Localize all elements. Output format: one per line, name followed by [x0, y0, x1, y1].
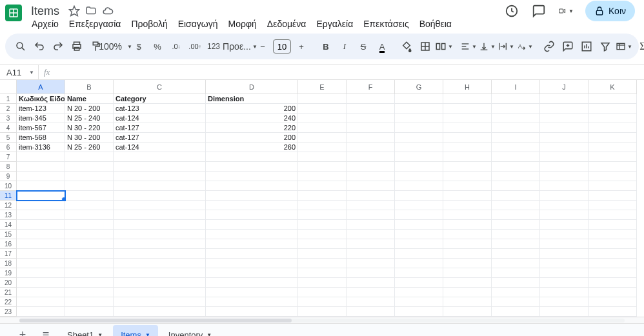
cell-C3[interactable]: cat-124 — [114, 114, 206, 123]
cell-D14[interactable] — [206, 220, 298, 230]
cell-E10[interactable] — [298, 181, 347, 191]
cell-G7[interactable] — [395, 152, 443, 162]
cell-H17[interactable] — [443, 249, 492, 259]
cell-G10[interactable] — [395, 181, 443, 191]
cell-H7[interactable] — [443, 152, 492, 162]
cell-C23[interactable] — [114, 307, 206, 317]
history-icon[interactable] — [504, 3, 519, 19]
cell-A3[interactable]: item-345 — [17, 114, 65, 123]
menu-view[interactable]: Προβολή — [126, 17, 172, 31]
cell-K9[interactable] — [589, 172, 637, 181]
strikethrough-button[interactable]: S — [354, 37, 372, 55]
cell-J16[interactable] — [540, 239, 589, 249]
row-header-4[interactable]: 4 — [0, 123, 17, 133]
cell-I3[interactable] — [492, 114, 540, 123]
cell-I22[interactable] — [492, 297, 540, 307]
cell-G2[interactable] — [395, 104, 443, 114]
cell-A1[interactable]: Κωδικός Είδους — [17, 94, 65, 104]
column-header-E[interactable]: E — [298, 80, 347, 94]
italic-button[interactable]: I — [336, 37, 354, 55]
row-header-12[interactable]: 12 — [0, 201, 17, 210]
percent-button[interactable]: % — [148, 37, 166, 55]
horizontal-align-button[interactable]: ▼ — [459, 37, 478, 55]
select-all-corner[interactable] — [0, 80, 17, 94]
cell-B18[interactable] — [65, 259, 114, 268]
cell-G11[interactable] — [395, 191, 443, 201]
cell-F9[interactable] — [347, 172, 395, 181]
meet-icon[interactable]: ▼ — [558, 3, 574, 19]
text-rotation-button[interactable]: A▼ — [516, 37, 534, 55]
cell-C2[interactable]: cat-123 — [114, 104, 206, 114]
cell-B10[interactable] — [65, 181, 114, 191]
cell-F13[interactable] — [347, 210, 395, 220]
sheet-tab-items[interactable]: Items▼ — [113, 325, 158, 336]
cell-J9[interactable] — [540, 172, 589, 181]
cell-K15[interactable] — [589, 230, 637, 239]
filter-icon[interactable] — [596, 37, 614, 55]
cell-J14[interactable] — [540, 220, 589, 230]
cell-K19[interactable] — [589, 268, 637, 278]
cell-K14[interactable] — [589, 220, 637, 230]
cell-F4[interactable] — [347, 123, 395, 133]
cell-H23[interactable] — [443, 307, 492, 317]
cell-I2[interactable] — [492, 104, 540, 114]
cell-H1[interactable] — [443, 94, 492, 104]
cell-A4[interactable]: item-567 — [17, 123, 65, 133]
column-header-I[interactable]: I — [492, 80, 540, 94]
cell-F21[interactable] — [347, 288, 395, 297]
cell-J20[interactable] — [540, 278, 589, 288]
cell-F3[interactable] — [347, 114, 395, 123]
cell-A12[interactable] — [17, 201, 65, 210]
cell-C16[interactable] — [114, 239, 206, 249]
row-header-7[interactable]: 7 — [0, 152, 17, 162]
cell-B23[interactable] — [65, 307, 114, 317]
cell-A2[interactable]: item-123 — [17, 104, 65, 114]
cell-F2[interactable] — [347, 104, 395, 114]
cell-J3[interactable] — [540, 114, 589, 123]
cell-E22[interactable] — [298, 297, 347, 307]
cell-F17[interactable] — [347, 249, 395, 259]
cell-G1[interactable] — [395, 94, 443, 104]
cell-G4[interactable] — [395, 123, 443, 133]
cell-C8[interactable] — [114, 162, 206, 172]
cell-B16[interactable] — [65, 239, 114, 249]
cell-I9[interactable] — [492, 172, 540, 181]
cell-K10[interactable] — [589, 181, 637, 191]
cell-C13[interactable] — [114, 210, 206, 220]
cell-K23[interactable] — [589, 307, 637, 317]
cell-B12[interactable] — [65, 201, 114, 210]
cell-I7[interactable] — [492, 152, 540, 162]
column-header-C[interactable]: C — [114, 80, 206, 94]
cell-G18[interactable] — [395, 259, 443, 268]
cell-C22[interactable] — [114, 297, 206, 307]
cell-I15[interactable] — [492, 230, 540, 239]
cell-D13[interactable] — [206, 210, 298, 220]
cell-J7[interactable] — [540, 152, 589, 162]
cell-G21[interactable] — [395, 288, 443, 297]
cell-E12[interactable] — [298, 201, 347, 210]
cell-B9[interactable] — [65, 172, 114, 181]
add-sheet-button[interactable]: + — [13, 326, 32, 337]
cell-I23[interactable] — [492, 307, 540, 317]
cell-D19[interactable] — [206, 268, 298, 278]
cell-G8[interactable] — [395, 162, 443, 172]
cell-F16[interactable] — [347, 239, 395, 249]
cell-C5[interactable]: cat-127 — [114, 133, 206, 143]
cell-F18[interactable] — [347, 259, 395, 268]
cell-G17[interactable] — [395, 249, 443, 259]
cell-A8[interactable] — [17, 162, 65, 172]
cell-I12[interactable] — [492, 201, 540, 210]
cell-D23[interactable] — [206, 307, 298, 317]
row-header-18[interactable]: 18 — [0, 259, 17, 268]
cell-K6[interactable] — [589, 143, 637, 152]
cell-E4[interactable] — [298, 123, 347, 133]
cell-B1[interactable]: Name — [65, 94, 114, 104]
cell-C9[interactable] — [114, 172, 206, 181]
cell-F11[interactable] — [347, 191, 395, 201]
cell-J18[interactable] — [540, 259, 589, 268]
cell-C10[interactable] — [114, 181, 206, 191]
cell-J22[interactable] — [540, 297, 589, 307]
column-header-A[interactable]: A — [17, 80, 65, 94]
cell-K20[interactable] — [589, 278, 637, 288]
fill-color-button[interactable] — [397, 37, 416, 55]
